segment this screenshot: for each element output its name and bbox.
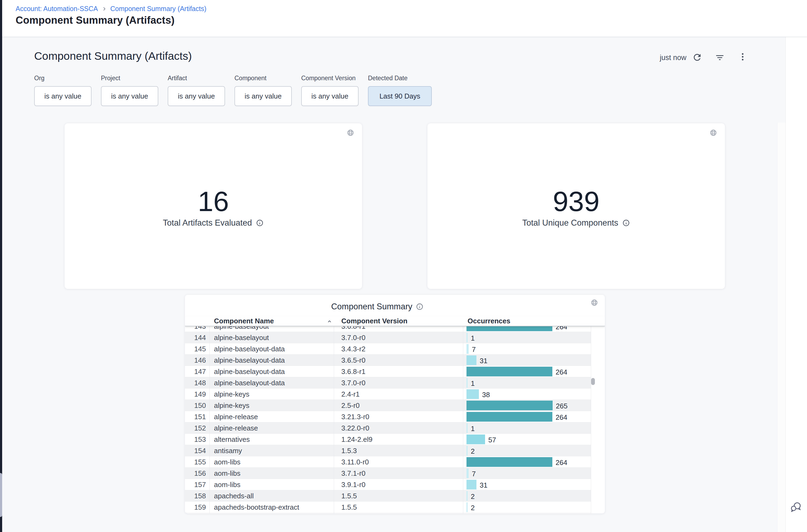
globe-icon: [346, 129, 354, 138]
row-index: 148: [185, 377, 206, 388]
unique-components-value: 939: [427, 187, 725, 215]
row-index: 152: [185, 422, 206, 434]
occurrence-bar: [466, 333, 467, 342]
tile-total-artifacts: 16 Total Artifacts Evaluated: [64, 123, 362, 289]
occurrence-value: 264: [556, 366, 567, 377]
component-version: 3.9.1-r0: [341, 479, 366, 490]
filter-value-button[interactable]: Last 90 Days: [368, 86, 432, 106]
table-row[interactable]: 147 alpine-baselayout-data 3.6.8-r1 264: [185, 366, 591, 377]
occurrence-value: 31: [480, 355, 487, 366]
component-name: alpine-release: [214, 422, 258, 434]
info-icon[interactable]: [622, 219, 630, 227]
table-row[interactable]: 157 aom-libs 3.9.1-r0 31: [185, 479, 591, 490]
info-icon[interactable]: [256, 219, 264, 227]
component-version: 2.5-r0: [341, 400, 360, 411]
kebab-menu-icon[interactable]: [738, 52, 748, 62]
table-row[interactable]: 152 alpine-release 3.22.0-r0 1: [185, 422, 591, 434]
occurrence-value: 2: [471, 490, 475, 501]
refresh-status: just now: [660, 54, 686, 62]
table-row[interactable]: 144 alpine-baselayout 3.7.0-r0 1: [185, 332, 591, 343]
row-index: 159: [185, 501, 206, 513]
table-row[interactable]: 150 alpine-keys 2.5-r0 265: [185, 400, 591, 411]
component-name: alpine-baselayout: [214, 332, 269, 343]
table-row[interactable]: 156 aom-libs 3.7.1-r0 7: [185, 468, 591, 479]
column-divider: [591, 316, 591, 513]
column-header-component-name[interactable]: Component Name: [214, 316, 274, 326]
filter-row: Org is any value Project is any value Ar…: [2, 75, 786, 110]
component-name: alpine-baselayout-data: [214, 343, 285, 355]
globe-icon: [590, 299, 598, 308]
component-version: 3.7.1-r0: [341, 468, 366, 479]
column-divider: [463, 316, 463, 513]
occurrence-bar: [466, 401, 553, 410]
filter-icon[interactable]: [715, 53, 725, 62]
table-row[interactable]: 149 alpine-keys 2.4-r1 38: [185, 388, 591, 400]
component-version: 1.24-2.el9: [341, 434, 372, 445]
unique-components-label: Total Unique Components: [522, 218, 618, 228]
filter-label: Org: [34, 75, 92, 82]
page-scrollbar-track[interactable]: [777, 122, 786, 532]
table-row[interactable]: 154 antisamy 1.5.3 2: [185, 445, 591, 456]
occurrence-value: 7: [472, 343, 476, 355]
table-row[interactable]: 153 alternatives 1.24-2.el9 57: [185, 434, 591, 445]
filter-control: Org is any value: [34, 75, 92, 106]
table-row[interactable]: 155 aom-libs 3.11.0-r0 264: [185, 456, 591, 468]
component-name: alpine-keys: [214, 388, 250, 400]
filter-control: Project is any value: [101, 75, 158, 106]
filter-label: Artifact: [168, 75, 225, 82]
table-row[interactable]: 148 alpine-baselayout-data 3.7.0-r0 1: [185, 377, 591, 388]
row-index: 147: [185, 366, 206, 377]
row-index: 146: [185, 355, 206, 366]
occurrence-bar: [466, 412, 552, 422]
occurrence-value: 2: [471, 501, 475, 513]
occurrence-value: 1: [471, 377, 475, 388]
column-header-occurrences[interactable]: Occurrences: [467, 316, 511, 326]
table-row[interactable]: 151 alpine-release 3.21.3-r0 264: [185, 411, 591, 422]
component-name: alpine-baselayout-data: [214, 355, 285, 366]
page-title: Component Summary (Artifacts): [16, 15, 175, 26]
table-row[interactable]: 158 apacheds-all 1.5.5 2: [185, 490, 591, 501]
occurrence-value: 1: [471, 422, 475, 434]
dashboard-panel: Component Summary (Artifacts) just now O…: [2, 37, 786, 532]
refresh-icon[interactable]: [692, 52, 702, 62]
info-icon[interactable]: [416, 303, 424, 311]
breadcrumb-account-link[interactable]: Account: Automation-SSCA: [16, 5, 98, 13]
table-row[interactable]: 146 alpine-baselayout-data 3.6.5-r0 31: [185, 355, 591, 366]
occurrence-bar: [466, 502, 467, 512]
row-index: 153: [185, 434, 206, 445]
component-name: aom-libs: [214, 468, 241, 479]
filter-value-button[interactable]: is any value: [168, 86, 225, 106]
breadcrumb-page-link[interactable]: Component Summary (Artifacts): [110, 5, 207, 13]
total-artifacts-label: Total Artifacts Evaluated: [163, 218, 252, 228]
component-version: 3.4.3-r2: [341, 343, 366, 355]
sort-ascending-icon[interactable]: [326, 318, 333, 326]
component-name: alternatives: [214, 434, 250, 445]
filter-label: Detected Date: [368, 75, 432, 82]
filter-value-button[interactable]: is any value: [234, 86, 292, 106]
chat-support-icon[interactable]: [789, 500, 803, 514]
filter-value-button[interactable]: is any value: [34, 86, 92, 106]
occurrence-value: 264: [556, 456, 567, 468]
filter-value-button[interactable]: is any value: [101, 86, 158, 106]
dashboard-title: Component Summary (Artifacts): [34, 50, 192, 62]
component-version: 3.6.8-r1: [341, 366, 366, 377]
table-row[interactable]: 145 alpine-baselayout-data 3.4.3-r2 7: [185, 343, 591, 355]
table-row[interactable]: 143 alpine-baselayout 3.6.8-r1 264: [185, 326, 591, 332]
table-scrollbar-thumb[interactable]: [591, 378, 595, 385]
table-row[interactable]: 159 apacheds-bootstrap-extract 1.5.5 2: [185, 501, 591, 513]
component-name: aom-libs: [214, 479, 241, 490]
row-index: 150: [185, 400, 206, 411]
occurrence-bar: [466, 423, 467, 433]
top-header-band: Account: Automation-SSCA Component Summa…: [2, 0, 807, 37]
component-version: 3.21.3-r0: [341, 411, 369, 422]
occurrence-value: 2: [471, 445, 475, 456]
filter-control: Detected Date Last 90 Days: [368, 75, 432, 106]
occurrence-value: 264: [556, 411, 567, 422]
filter-value-button[interactable]: is any value: [301, 86, 359, 106]
row-index: 158: [185, 490, 206, 501]
column-header-component-version[interactable]: Component Version: [341, 316, 407, 326]
table-header: Component Name Component Version Occurre…: [185, 316, 605, 326]
filter-control: Component Version is any value: [301, 75, 359, 106]
column-divider: [209, 316, 210, 513]
occurrence-bar: [466, 326, 552, 331]
